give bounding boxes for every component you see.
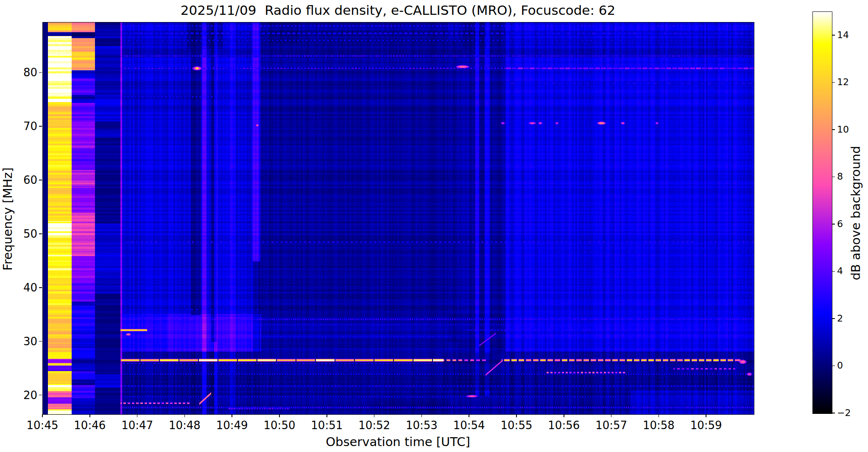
y-tick-mark xyxy=(39,126,42,127)
x-tick-mark xyxy=(706,414,706,417)
x-tick-mark xyxy=(232,414,232,417)
x-tick-label: 10:47 xyxy=(121,420,153,431)
y-tick-label: 70 xyxy=(23,121,37,132)
x-tick-mark xyxy=(516,414,517,417)
figure-title: 2025/11/09 Radio flux density, e-CALLIST… xyxy=(42,3,754,18)
colorbar-tick-label: 8 xyxy=(837,172,843,181)
colorbar-tick-label: 4 xyxy=(837,266,843,276)
y-tick-label: 40 xyxy=(23,282,37,293)
x-tick-mark xyxy=(374,414,375,417)
y-tick-mark xyxy=(39,287,42,288)
x-tick-label: 10:46 xyxy=(74,420,106,431)
x-tick-label: 10:55 xyxy=(501,420,533,431)
colorbar-tick-mark xyxy=(832,82,835,83)
colorbar-tick-label: 12 xyxy=(837,78,849,87)
x-tick-mark xyxy=(42,414,43,417)
colorbar xyxy=(812,11,832,414)
x-tick-mark xyxy=(279,414,280,417)
colorbar-tick-label: 2 xyxy=(837,314,843,323)
x-tick-mark xyxy=(137,414,138,417)
colorbar-tick-mark xyxy=(832,224,835,225)
colorbar-tick-mark xyxy=(832,129,835,130)
x-tick-mark xyxy=(564,414,564,417)
colorbar-tick-label: −2 xyxy=(837,408,851,418)
x-tick-mark xyxy=(469,414,469,417)
colorbar-tick-label: 0 xyxy=(837,361,843,370)
x-tick-mark xyxy=(421,414,422,417)
y-tick-label: 60 xyxy=(23,175,37,186)
colorbar-tick-mark xyxy=(832,271,835,272)
x-tick-label: 10:48 xyxy=(169,420,201,431)
y-tick-mark xyxy=(39,233,42,234)
x-tick-mark xyxy=(611,414,612,417)
x-tick-label: 10:51 xyxy=(311,420,343,431)
x-axis-label: Observation time [UTC] xyxy=(42,435,754,449)
colorbar-label: dB above background xyxy=(848,103,863,323)
x-tick-label: 10:56 xyxy=(548,420,580,431)
x-tick-label: 10:45 xyxy=(27,420,59,431)
x-tick-label: 10:50 xyxy=(264,420,296,431)
x-tick-mark xyxy=(89,414,90,417)
y-tick-label: 50 xyxy=(23,228,37,239)
x-tick-label: 10:53 xyxy=(406,420,438,431)
y-tick-mark xyxy=(39,180,42,180)
y-tick-label: 80 xyxy=(23,67,37,78)
y-tick-label: 30 xyxy=(23,336,37,347)
colorbar-tick-mark xyxy=(832,366,835,366)
x-tick-label: 10:58 xyxy=(643,420,675,431)
colorbar-tick-mark xyxy=(832,177,835,177)
x-tick-label: 10:59 xyxy=(690,420,722,431)
colorbar-tick-label: 6 xyxy=(837,219,843,229)
y-tick-label: 20 xyxy=(23,390,37,401)
x-tick-label: 10:52 xyxy=(358,420,390,431)
colorbar-tick-mark xyxy=(832,413,835,413)
y-tick-mark xyxy=(39,72,42,73)
x-tick-label: 10:57 xyxy=(595,420,627,431)
colorbar-tick-label: 14 xyxy=(837,31,849,40)
y-tick-mark xyxy=(39,341,42,342)
x-tick-mark xyxy=(659,414,659,417)
colorbar-tick-mark xyxy=(832,35,835,36)
spectrogram-canvas xyxy=(43,22,754,414)
spectrogram-plot-area xyxy=(42,22,754,415)
x-tick-label: 10:54 xyxy=(453,420,485,431)
y-axis-label: Frequency [MHz] xyxy=(0,122,15,316)
x-tick-label: 10:49 xyxy=(216,420,248,431)
x-tick-mark xyxy=(184,414,185,417)
colorbar-tick-mark xyxy=(832,318,835,319)
x-tick-mark xyxy=(327,414,327,417)
y-tick-mark xyxy=(39,395,42,396)
colorbar-tick-label: 10 xyxy=(837,125,849,134)
spectrogram-figure: 2025/11/09 Radio flux density, e-CALLIST… xyxy=(0,0,868,452)
colorbar-canvas xyxy=(813,12,832,413)
